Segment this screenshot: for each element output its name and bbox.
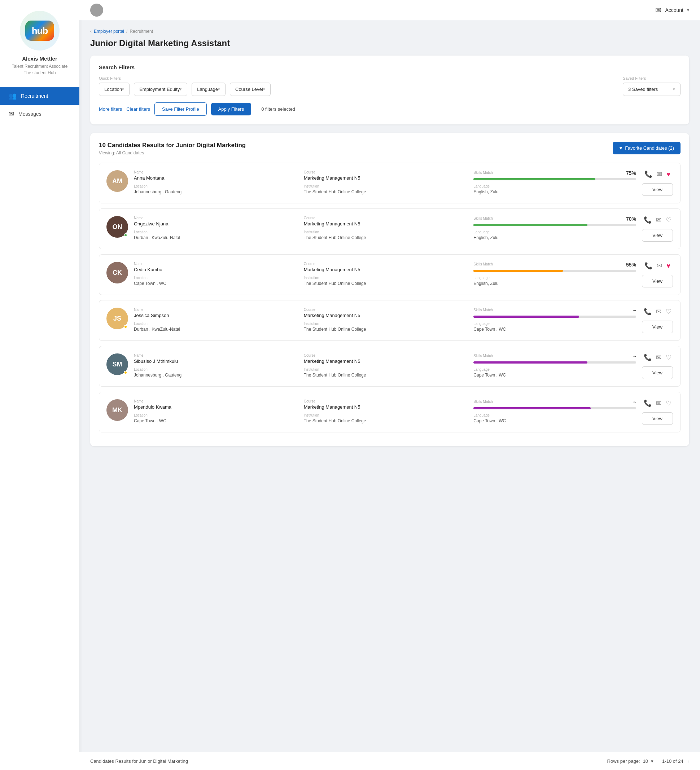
candidate-card: JS Name Jessica Simpson Course Marketing… xyxy=(99,300,681,341)
skills-progress-fill xyxy=(473,315,579,318)
candidate-info: Name Cedio Kumbo Course Marketing Manage… xyxy=(134,262,636,286)
action-icons: 📞 ✉ ♥ xyxy=(645,262,671,270)
filters-card: Search Filters Quick Filters Location ▾ … xyxy=(90,55,689,125)
email-icon[interactable]: ✉ xyxy=(656,307,661,315)
email-icon[interactable]: ✉ xyxy=(657,170,662,178)
institution-group: Institution The Student Hub Online Colle… xyxy=(304,230,467,240)
skills-percentage: ~ xyxy=(633,353,636,359)
apply-filters-button[interactable]: Apply Filters xyxy=(211,103,251,115)
candidate-institution: The Student Hub Online College xyxy=(304,189,467,194)
rows-chevron-icon[interactable]: ▾ xyxy=(651,759,653,764)
location-label: Location xyxy=(134,184,297,188)
view-candidate-button[interactable]: View xyxy=(642,366,673,379)
sidebar-item-recruitment[interactable]: 👥 Recruitment xyxy=(0,87,79,105)
favorite-icon[interactable]: ♡ xyxy=(666,399,671,407)
breadcrumb-portal[interactable]: Employer portal xyxy=(94,29,124,34)
view-candidate-button[interactable]: View xyxy=(642,183,673,196)
account-menu[interactable]: ✉ Account ▾ xyxy=(655,6,689,15)
email-icon[interactable]: ✉ xyxy=(656,399,661,407)
email-icon[interactable]: ✉ xyxy=(656,353,661,361)
course-group: Course Marketing Management N5 xyxy=(304,353,467,364)
name-group: Name Jessica Simpson xyxy=(134,307,297,318)
skills-percentage: 70% xyxy=(626,216,636,222)
skills-progress-bg xyxy=(473,361,636,364)
candidate-info: Name Jessica Simpson Course Marketing Ma… xyxy=(134,307,636,332)
saved-filters-dropdown[interactable]: 3 Saved filters ▾ xyxy=(623,82,681,96)
favorite-candidates-button[interactable]: ♥ Favorite Candidates (2) xyxy=(612,142,681,154)
pagination-prev-icon[interactable]: ‹ xyxy=(688,759,689,764)
favorite-icon[interactable]: ♡ xyxy=(666,216,671,224)
clear-filters-button[interactable]: Clear filters xyxy=(126,107,150,112)
institution-group: Institution The Student Hub Online Colle… xyxy=(304,413,467,424)
candidate-course: Marketing Management N5 xyxy=(304,404,467,410)
name-group: Name Cedio Kumbo xyxy=(134,262,297,272)
candidate-actions: 📞 ✉ ♡ View xyxy=(642,307,673,333)
skills-progress-bg xyxy=(473,178,636,180)
action-icons: 📞 ✉ ♥ xyxy=(645,170,671,178)
candidate-avatar: JS xyxy=(107,307,128,329)
user-name: Alexis Mettler xyxy=(22,55,57,61)
name-label: Name xyxy=(134,399,297,403)
skills-progress-fill xyxy=(473,224,587,226)
skills-progress-fill xyxy=(473,361,587,364)
messages-icon: ✉ xyxy=(9,110,14,118)
candidate-location: Johannesburg . Gauteng xyxy=(134,189,297,194)
location-group: Location Johannesburg . Gauteng xyxy=(134,367,297,378)
candidate-language: Cape Town . WC xyxy=(473,418,636,424)
skills-group: Skills Match 70% xyxy=(473,216,636,226)
email-icon[interactable]: ✉ xyxy=(657,262,662,270)
phone-icon[interactable]: 📞 xyxy=(644,307,651,315)
language-filter-label: Language xyxy=(197,87,218,92)
favorite-icon[interactable]: ♡ xyxy=(666,353,671,361)
phone-icon[interactable]: 📞 xyxy=(644,216,651,224)
phone-icon[interactable]: 📞 xyxy=(645,170,652,178)
phone-icon[interactable]: 📞 xyxy=(644,399,651,407)
location-group: Location Johannesburg . Gauteng xyxy=(134,184,297,194)
candidate-avatar: ON xyxy=(107,216,128,238)
hub-logo: hub xyxy=(25,21,54,41)
course-label: Course xyxy=(304,399,467,403)
sidebar: hub Alexis Mettler Talent Recruitment As… xyxy=(0,0,79,770)
candidate-language: Cape Town . WC xyxy=(473,327,636,332)
view-candidate-button[interactable]: View xyxy=(642,412,673,425)
favorite-icon[interactable]: ♥ xyxy=(666,171,671,178)
location-group: Location Durban . KwaZulu-Natal xyxy=(134,322,297,332)
save-filter-button[interactable]: Save Filter Profile xyxy=(154,102,207,116)
view-candidate-button[interactable]: View xyxy=(642,229,673,242)
skills-group: Skills Match 55% xyxy=(473,262,636,272)
course-level-filter[interactable]: Course Level ▾ xyxy=(230,82,271,96)
results-subtitle: Viewing: All Candidates xyxy=(99,150,246,155)
location-filter[interactable]: Location ▾ xyxy=(99,82,130,96)
action-icons: 📞 ✉ ♡ xyxy=(644,216,671,224)
location-label: Location xyxy=(134,276,297,280)
favorite-icon[interactable]: ♥ xyxy=(666,262,671,270)
view-candidate-button[interactable]: View xyxy=(642,275,673,288)
language-group: Language English, Zulu xyxy=(473,184,636,194)
candidate-name: Anna Montana xyxy=(134,175,297,181)
candidate-institution: The Student Hub Online College xyxy=(304,327,467,332)
email-icon[interactable]: ✉ xyxy=(656,216,661,224)
sidebar-item-messages[interactable]: ✉ Messages xyxy=(0,105,79,123)
name-label: Name xyxy=(134,262,297,266)
candidate-location: Johannesburg . Gauteng xyxy=(134,372,297,378)
candidate-institution: The Student Hub Online College xyxy=(304,372,467,378)
main-content: ✉ Account ▾ ‹ Employer portal / Recruitm… xyxy=(79,0,700,770)
view-candidate-button[interactable]: View xyxy=(642,320,673,333)
filters-title: Search Filters xyxy=(99,64,681,70)
candidate-course: Marketing Management N5 xyxy=(304,313,467,318)
pagination-section: Rows per page: 10 ▾ 1-10 of 24 ‹ xyxy=(607,759,689,764)
hub-logo-text: hub xyxy=(32,25,48,36)
employment-equity-filter[interactable]: Employment Equity ▾ xyxy=(134,82,187,96)
saved-filters-label: Saved Filters xyxy=(623,76,681,81)
phone-icon[interactable]: 📞 xyxy=(644,353,651,361)
language-group: Language Cape Town . WC xyxy=(473,322,636,332)
favorite-icon[interactable]: ♡ xyxy=(666,307,671,315)
equity-chevron-icon: ▾ xyxy=(180,87,182,92)
language-filter[interactable]: Language ▾ xyxy=(191,82,225,96)
more-filters-button[interactable]: More filters xyxy=(99,107,122,112)
phone-icon[interactable]: 📞 xyxy=(645,262,652,270)
candidate-info: Name Mpendulo Kwama Course Marketing Man… xyxy=(134,399,636,424)
institution-group: Institution The Student Hub Online Colle… xyxy=(304,322,467,332)
language-chevron-icon: ▾ xyxy=(218,87,220,92)
name-label: Name xyxy=(134,216,297,220)
